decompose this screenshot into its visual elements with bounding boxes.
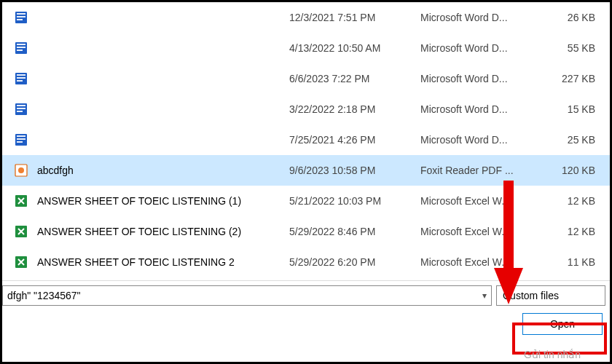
svg-rect-15	[17, 111, 23, 112]
file-name: ANSWER SHEET OF TOEIC LISTENING 2	[33, 256, 289, 268]
file-type: Microsoft Excel W...	[420, 256, 544, 268]
file-name: ANSWER SHEET OF TOEIC LISTENING (1)	[33, 195, 289, 207]
pdf-icon	[9, 163, 33, 178]
filetype-combobox[interactable]: Custom files	[496, 285, 605, 306]
svg-rect-5	[17, 44, 26, 45]
file-date: 3/22/2022 2:18 PM	[289, 103, 420, 115]
excel-icon	[9, 224, 33, 239]
file-type: Microsoft Word D...	[420, 42, 544, 54]
file-size: 120 KB	[544, 165, 603, 176]
svg-rect-17	[17, 135, 26, 137]
file-row[interactable]: 3/22/2022 2:18 PMMicrosoft Word D...15 K…	[2, 94, 610, 124]
svg-rect-18	[17, 138, 26, 140]
svg-point-21	[18, 167, 24, 173]
file-row[interactable]: ANSWER SHEET OF TOEIC LISTENING 25/29/20…	[2, 247, 610, 277]
file-date: 9/6/2023 10:58 PM	[289, 165, 420, 176]
file-date: 5/29/2022 6:20 PM	[289, 256, 420, 268]
excel-icon	[9, 194, 33, 208]
button-row: Open	[2, 306, 610, 335]
svg-rect-13	[17, 105, 26, 106]
file-size: 15 KB	[544, 103, 603, 115]
footer-bar: dfgh" "1234567" ▾ Custom files	[2, 281, 610, 306]
file-size: 25 KB	[544, 134, 603, 146]
file-size: 12 KB	[544, 195, 603, 207]
bottom-text: Gửi tin nhắn	[524, 349, 581, 360]
file-type: Microsoft Word D...	[420, 103, 544, 115]
svg-rect-11	[17, 80, 23, 82]
file-type: Microsoft Excel W...	[420, 195, 544, 207]
file-date: 5/21/2022 10:03 PM	[289, 195, 420, 207]
file-name: ANSWER SHEET OF TOEIC LISTENING (2)	[33, 226, 289, 237]
word-icon	[9, 10, 33, 25]
word-icon	[9, 41, 33, 55]
svg-rect-19	[17, 141, 23, 143]
svg-rect-14	[17, 108, 26, 109]
filetype-value: Custom files	[503, 290, 559, 301]
file-size: 227 KB	[544, 73, 603, 84]
file-size: 12 KB	[544, 226, 603, 237]
file-size: 11 KB	[544, 256, 603, 268]
file-date: 4/13/2022 10:50 AM	[289, 42, 420, 54]
file-row[interactable]: 6/6/2023 7:22 PMMicrosoft Word D...227 K…	[2, 63, 610, 94]
word-icon	[9, 132, 33, 147]
file-type: Foxit Reader PDF ...	[420, 165, 544, 176]
svg-rect-7	[17, 50, 23, 51]
open-button[interactable]: Open	[522, 313, 603, 335]
file-row[interactable]: ANSWER SHEET OF TOEIC LISTENING (2)5/29/…	[2, 216, 610, 247]
file-row[interactable]: 4/13/2022 10:50 AMMicrosoft Word D...55 …	[2, 33, 610, 63]
file-type: Microsoft Word D...	[420, 12, 544, 23]
svg-rect-3	[17, 19, 23, 20]
file-date: 7/25/2021 4:26 PM	[289, 134, 420, 146]
file-row[interactable]: ANSWER SHEET OF TOEIC LISTENING (1)5/21/…	[2, 186, 610, 216]
file-date: 5/29/2022 8:46 PM	[289, 226, 420, 237]
file-name: abcdfgh	[33, 165, 289, 176]
file-row[interactable]: abcdfgh9/6/2023 10:58 PMFoxit Reader PDF…	[2, 155, 610, 186]
file-list: 12/3/2021 7:51 PMMicrosoft Word D...26 K…	[2, 2, 610, 277]
svg-rect-10	[17, 77, 26, 79]
filename-value: dfgh" "1234567"	[7, 290, 482, 301]
svg-rect-2	[17, 16, 26, 17]
file-row[interactable]: 7/25/2021 4:26 PMMicrosoft Word D...25 K…	[2, 124, 610, 155]
file-type: Microsoft Excel W...	[420, 226, 544, 237]
word-icon	[9, 71, 33, 86]
file-date: 6/6/2023 7:22 PM	[289, 73, 420, 84]
svg-rect-6	[17, 47, 26, 48]
file-size: 26 KB	[544, 12, 603, 23]
excel-icon	[9, 255, 33, 269]
svg-rect-1	[17, 13, 26, 15]
file-type: Microsoft Word D...	[420, 73, 544, 84]
file-type: Microsoft Word D...	[420, 134, 544, 146]
filename-combobox[interactable]: dfgh" "1234567" ▾	[2, 285, 492, 306]
word-icon	[9, 102, 33, 116]
file-row[interactable]: 12/3/2021 7:51 PMMicrosoft Word D...26 K…	[2, 2, 610, 33]
svg-rect-9	[17, 74, 26, 76]
file-size: 55 KB	[544, 42, 603, 54]
file-date: 12/3/2021 7:51 PM	[289, 12, 420, 23]
chevron-down-icon: ▾	[482, 290, 487, 301]
